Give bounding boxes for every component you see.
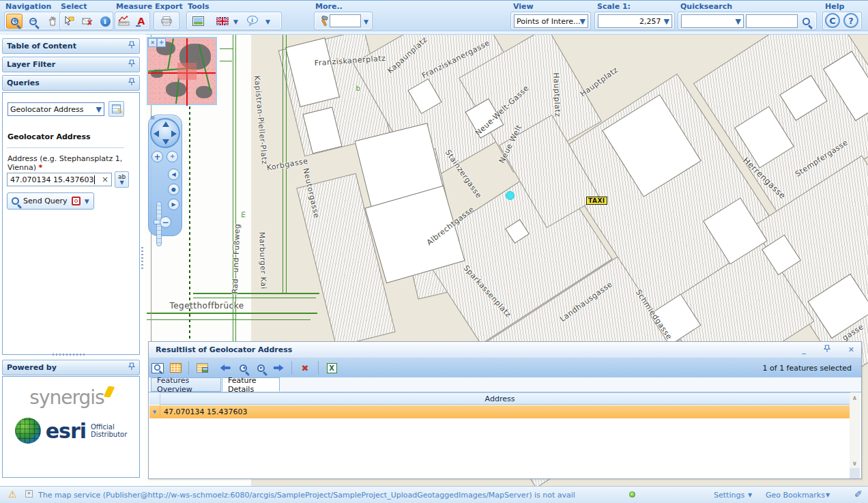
previous-feature-button[interactable] <box>216 360 234 375</box>
quicksearch-button[interactable] <box>798 14 813 29</box>
pan-compass[interactable] <box>150 118 180 148</box>
zoom-next-button[interactable]: ▸ <box>252 360 270 375</box>
zoom-in-widget-button[interactable]: + <box>151 151 163 162</box>
export-excel-button[interactable]: X <box>323 360 341 375</box>
table-row-selected[interactable]: ▼ 47.070134 15.437603 <box>149 405 850 418</box>
previous-extent-button[interactable]: ◀ <box>168 169 179 180</box>
zoom-to-selection-button[interactable] <box>149 360 167 375</box>
send-query-dropdown-caret[interactable]: ▼ <box>85 198 89 205</box>
minimap-extent-box[interactable] <box>177 63 197 80</box>
select-features-button[interactable] <box>61 14 77 29</box>
copyright-button[interactable]: C <box>825 13 840 28</box>
clear-input-icon[interactable]: × <box>102 175 108 184</box>
group-more: ▼ <box>314 12 373 30</box>
map-image-button[interactable] <box>190 14 206 29</box>
minimize-icon[interactable]: _ <box>802 345 806 354</box>
pin-icon[interactable] <box>128 41 135 51</box>
row-expand-icon[interactable]: ▼ <box>149 405 160 418</box>
settings-menu[interactable]: Settings <box>714 491 744 500</box>
info-icon: i <box>100 16 111 27</box>
geocode-result-marker <box>506 191 515 200</box>
zoom-out-button[interactable]: − <box>25 14 41 29</box>
sidebar-panel-layer-filter[interactable]: Layer Filter <box>2 57 140 72</box>
vertical-splitter-handle[interactable] <box>141 247 143 270</box>
resultlist-title: Resultlist of Geolocator Address <box>156 345 292 354</box>
pan-east-icon[interactable] <box>171 130 177 137</box>
table-column-header-address[interactable]: Address <box>149 392 850 405</box>
group-label-help: Help <box>825 2 844 11</box>
resultlist-panel: Resultlist of Geolocator Address _ ✕ ◂ ▸… <box>148 341 862 479</box>
esri-logo: esri Official Distributor <box>3 418 139 444</box>
next-extent-button[interactable]: ▶ <box>168 199 179 210</box>
sidebar-panel-table-of-content[interactable]: Table of Content <box>2 38 140 54</box>
text-a-underline <box>136 25 141 27</box>
maptip-dropdown-caret[interactable]: ▼ <box>265 18 270 25</box>
sidebar-panel-queries[interactable]: Queries <box>2 75 140 91</box>
search-icon <box>12 197 19 205</box>
full-extent-button[interactable]: ✛ <box>167 151 178 162</box>
clear-selection-button[interactable]: ✘ <box>79 14 96 29</box>
tab-features-overview[interactable]: Features Overview <box>151 377 221 392</box>
zoom-in-button[interactable]: + <box>6 14 23 29</box>
address-input[interactable]: 47.070134 15.437603 × <box>7 173 112 186</box>
settings-caret-icon[interactable]: ▼ <box>748 492 752 498</box>
sidebar-panel-powered-by[interactable]: Powered by <box>2 360 140 375</box>
close-icon[interactable]: ✕ <box>848 345 854 354</box>
view-select[interactable]: Points of Intere... ▼ <box>514 14 588 28</box>
edit-query-button[interactable]: ✎ <box>108 101 124 117</box>
minimap-close-button[interactable]: ✕ <box>148 38 157 47</box>
quicksearch-select[interactable]: ▼ <box>681 14 744 28</box>
resultlist-header[interactable]: Resultlist of Geolocator Address _ ✕ <box>149 342 861 358</box>
scale-select[interactable]: 2,257 ▼ <box>598 14 672 28</box>
map-line <box>220 61 232 61</box>
address-input-value: 47.070134 15.437603 <box>10 175 93 184</box>
navwidget-close-icon[interactable]: ⊠ <box>150 115 155 121</box>
group-label-view: View <box>513 2 534 11</box>
measure-button[interactable] <box>116 14 132 29</box>
pin-icon[interactable] <box>128 59 135 70</box>
more-dropdown-caret[interactable]: ▼ <box>364 18 368 25</box>
quicksearch-input[interactable] <box>746 14 798 28</box>
query-select[interactable]: Geolocator Address ▼ <box>8 102 104 116</box>
add-text-button[interactable]: A <box>133 14 149 29</box>
zoom-previous-button[interactable]: ◂ <box>234 360 252 375</box>
pan-button[interactable] <box>44 14 61 29</box>
maptip-button[interactable]: i <box>244 14 261 29</box>
next-feature-button[interactable] <box>270 360 287 375</box>
help-button[interactable]: ? <box>843 13 858 28</box>
center-button[interactable]: ● <box>168 184 179 195</box>
more-input[interactable] <box>330 14 361 27</box>
remove-selection-button[interactable]: ✖ <box>296 360 314 375</box>
scroll-up-icon[interactable]: ∧ <box>850 394 860 401</box>
print-button[interactable] <box>158 14 175 29</box>
pan-west-icon[interactable] <box>154 130 159 137</box>
table-scrollbar[interactable]: ∧ ∨ <box>850 393 860 468</box>
toolbar-separator <box>291 361 292 375</box>
scroll-down-icon[interactable]: ∨ <box>850 460 860 467</box>
autocomplete-button[interactable]: ab ▼ <box>115 171 129 188</box>
table-with-map-button[interactable] <box>193 360 211 375</box>
geo-bookmarks-caret-icon[interactable]: ▼ <box>826 492 830 498</box>
dismiss-message-icon[interactable]: ✕ <box>25 490 33 498</box>
pin-icon[interactable] <box>128 362 135 373</box>
geo-bookmarks-menu[interactable]: Geo Bookmarks <box>766 491 825 500</box>
pan-south-icon[interactable] <box>162 139 169 145</box>
pin-icon[interactable] <box>824 345 830 355</box>
show-table-button[interactable] <box>167 360 184 375</box>
tab-feature-details[interactable]: Feature Details <box>222 377 280 392</box>
horizontal-splitter-handle[interactable] <box>53 354 87 356</box>
group-label-export: Export <box>155 2 183 11</box>
send-query-button[interactable]: Send Query ▼ <box>7 192 94 210</box>
overview-map[interactable]: ✕ ✛ <box>147 37 217 105</box>
identify-button[interactable]: i <box>97 14 113 29</box>
language-dropdown-caret[interactable]: ▼ <box>233 18 238 25</box>
query-select-value: Geolocator Address <box>10 105 96 114</box>
redlining-pen-icon[interactable]: ✐ <box>854 489 863 500</box>
status-message: The map service (Publisher@http://w-ws-s… <box>38 491 575 500</box>
pin-icon[interactable] <box>128 78 135 88</box>
zoom-out-widget-button[interactable]: − <box>160 216 171 228</box>
language-button[interactable] <box>214 14 231 29</box>
pan-north-icon[interactable] <box>162 121 169 127</box>
divider <box>7 147 124 148</box>
minimap-move-button[interactable]: ✛ <box>157 38 166 47</box>
